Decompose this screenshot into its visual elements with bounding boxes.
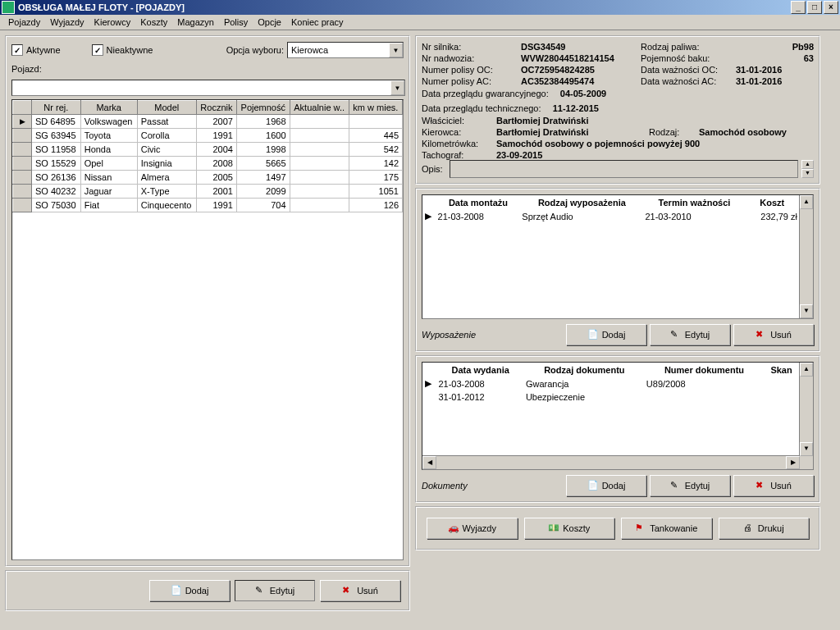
cell: X-Type (137, 185, 196, 199)
row-marker (13, 199, 32, 212)
wyjazdy-button[interactable]: 🚗Wyjazdy (427, 518, 518, 539)
cell: 5665 (236, 157, 290, 171)
cell: U89/2008 (646, 377, 763, 390)
table-row[interactable]: SO 40232JaguarX-Type200120991051 (13, 185, 403, 199)
menu-koszty[interactable]: Koszty (135, 16, 172, 28)
col-data-wydania[interactable]: Data wydania (437, 364, 523, 376)
numer-ac-value: AC352384495474 (521, 76, 636, 86)
opis-field[interactable] (450, 160, 798, 178)
table-row[interactable]: SO 75030FiatCinquecento1991704126 (13, 199, 403, 212)
menu-koniec[interactable]: Koniec pracy (286, 16, 349, 28)
vehicles-grid[interactable]: Nr rej. Marka Model Rocznik Pojemność Ak… (11, 99, 404, 560)
minimize-button[interactable]: _ (791, 1, 806, 14)
menu-kierowcy[interactable]: Kierowcy (89, 16, 136, 28)
chevron-left-icon[interactable]: ◀ (422, 456, 436, 469)
menu-wyjazdy[interactable]: Wyjazdy (45, 16, 89, 28)
rodzaj-label: Rodzaj: (649, 127, 694, 137)
opis-spinner[interactable]: ▲▼ (801, 160, 814, 178)
cell (646, 391, 763, 403)
row-marker (13, 157, 32, 171)
pojazd-combo[interactable]: ▼ (11, 80, 405, 96)
equipment-usun-button[interactable]: ✖Usuń (733, 324, 814, 345)
przeg-gwar-value: 04-05-2009 (560, 89, 606, 98)
col-marka[interactable]: Marka (80, 101, 137, 115)
aktywne-checkbox[interactable]: ✓ (11, 44, 23, 56)
documents-grid[interactable]: Data wydania Rodzaj dokumentu Numer doku… (422, 362, 814, 470)
flag-icon: ⚑ (635, 523, 646, 534)
drukuj-button[interactable]: 🖨Drukuj (719, 518, 810, 539)
cell (290, 185, 349, 199)
table-row[interactable]: SO 11958HondaCivic20041998542 (13, 143, 403, 157)
equipment-grid[interactable]: Data montażu Rodzaj wyposażenia Termin w… (422, 194, 814, 319)
row-marker (13, 143, 32, 157)
chevron-down-icon[interactable]: ▼ (800, 442, 813, 456)
cell: Gwarancja (525, 377, 644, 390)
cell: Passat (137, 115, 196, 129)
nr-nadwozia-value: WVW28044518214154 (521, 53, 636, 63)
chevron-up-icon[interactable]: ▲ (801, 160, 814, 169)
add-icon: 📄 (587, 480, 599, 491)
przeg-tech-label: Data przeglądu technicznego: (422, 103, 541, 113)
chevron-down-icon[interactable]: ▼ (800, 304, 813, 318)
scrollbar-vertical[interactable]: ▲▼ (799, 195, 813, 318)
menu-bar: Pojazdy Wyjazdy Kierowcy Koszty Magazyn … (0, 15, 840, 30)
documents-dodaj-button[interactable]: 📄Dodaj (566, 475, 646, 496)
equipment-edytuj-button[interactable]: ✎Edytuj (650, 324, 730, 345)
menu-polisy[interactable]: Polisy (219, 16, 253, 28)
table-row[interactable]: SG 63945ToyotaCorolla19911600445 (13, 129, 403, 143)
cell: SO 75030 (32, 199, 81, 212)
scrollbar-horizontal[interactable]: ◀▶ (422, 455, 800, 469)
cell: 2001 (196, 185, 236, 199)
scrollbar-vertical[interactable]: ▲▼ (799, 363, 813, 469)
cell: Honda (80, 143, 137, 157)
table-row[interactable]: SO 15529OpelInsignia20085665142 (13, 157, 403, 171)
cell (349, 115, 402, 129)
table-row[interactable]: ▶SD 64895VolkswagenPassat20071968 (13, 115, 403, 129)
col-aktualnie[interactable]: Aktualnie w.. (290, 101, 349, 115)
col-rodzaj-wyp[interactable]: Rodzaj wyposażenia (521, 197, 642, 208)
numer-oc-label: Numer polisy OC: (422, 65, 516, 75)
menu-magazyn[interactable]: Magazyn (172, 16, 219, 28)
nieaktywne-checkbox[interactable]: ✓ (92, 44, 103, 56)
maximize-button[interactable]: □ (807, 1, 822, 14)
cell: 21-03-2010 (644, 210, 744, 222)
col-rodzaj-dok[interactable]: Rodzaj dokumentu (525, 364, 644, 376)
chevron-right-icon[interactable]: ▶ (786, 456, 800, 469)
col-model[interactable]: Model (137, 101, 196, 115)
equipment-dodaj-button[interactable]: 📄Dodaj (566, 324, 646, 345)
cell: 2007 (196, 115, 236, 129)
cell: SO 26136 (32, 171, 81, 185)
close-button[interactable]: × (824, 1, 838, 14)
col-skan[interactable]: Skan (765, 364, 798, 376)
vehicle-dodaj-button[interactable]: 📄Dodaj (149, 580, 230, 601)
koszty-button[interactable]: 💵Koszty (524, 518, 615, 539)
vehicle-edytuj-button[interactable]: ✎Edytuj (235, 580, 315, 601)
opcja-wyboru-combo[interactable]: Kierowca ▼ (287, 42, 404, 58)
vehicle-usun-button[interactable]: ✖Usuń (320, 580, 400, 601)
table-row[interactable]: ▶21-03-2008Sprzęt Audio21-03-2010232,79 … (424, 210, 798, 222)
col-koszt[interactable]: Koszt (746, 197, 798, 208)
chevron-down-icon[interactable]: ▼ (801, 169, 814, 178)
documents-usun-button[interactable]: ✖Usuń (733, 475, 814, 496)
col-pojemnosc[interactable]: Pojemność (236, 101, 290, 115)
menu-opcje[interactable]: Opcje (253, 16, 286, 28)
col-nrrej[interactable]: Nr rej. (32, 101, 81, 115)
table-row[interactable]: SO 26136NissanAlmera20051497175 (13, 171, 403, 185)
documents-edytuj-button[interactable]: ✎Edytuj (650, 475, 730, 496)
table-row[interactable]: ▶21-03-2008GwarancjaU89/2008 (424, 377, 798, 390)
col-termin[interactable]: Termin ważności (644, 197, 744, 208)
chevron-up-icon[interactable]: ▲ (800, 195, 813, 209)
col-numer-dok[interactable]: Numer dokumentu (646, 364, 763, 376)
chevron-down-icon[interactable]: ▼ (390, 80, 404, 95)
table-row[interactable]: 31-01-2012Ubezpieczenie (424, 391, 798, 403)
cell: 2008 (196, 157, 236, 171)
col-data-montazu[interactable]: Data montażu (437, 197, 520, 208)
chevron-up-icon[interactable]: ▲ (800, 363, 813, 377)
menu-pojazdy[interactable]: Pojazdy (3, 16, 45, 28)
chevron-down-icon[interactable]: ▼ (389, 43, 403, 57)
col-kmwmies[interactable]: km w mies. (349, 101, 402, 115)
cell: 21-03-2008 (437, 377, 523, 390)
col-rocznik[interactable]: Rocznik (196, 101, 236, 115)
tankowanie-button[interactable]: ⚑Tankowanie (621, 518, 712, 539)
cell: 2099 (236, 185, 290, 199)
